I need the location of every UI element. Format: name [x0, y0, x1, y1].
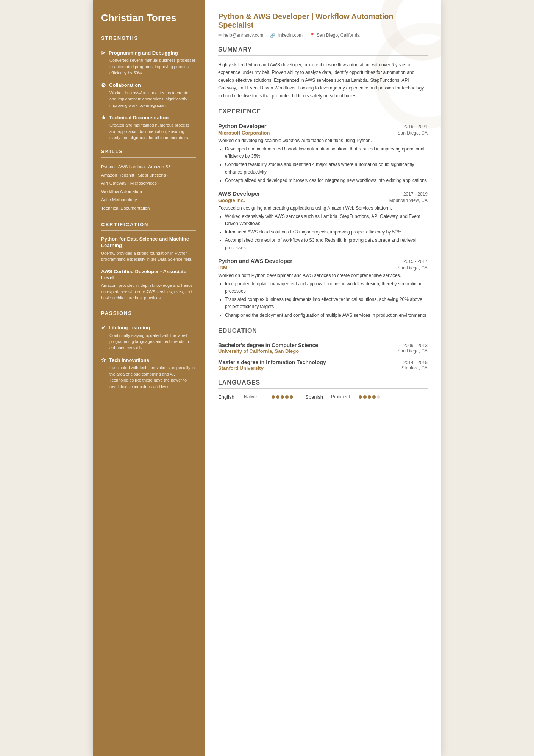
lang-dot — [372, 395, 376, 399]
lang-dot — [363, 395, 367, 399]
strength-title-1: ⚙ Collaboration — [101, 82, 196, 88]
exp-bullet: Developed and implemented 8 workflow aut… — [225, 146, 428, 160]
edu-entry-1: Master's degree in Information Technolog… — [218, 359, 428, 371]
linkedin-contact: 🔗 linkedin.com — [270, 33, 303, 38]
exp-bullet: Championed the deployment and configurat… — [225, 312, 428, 319]
lang-name-1: Spanish — [305, 394, 328, 400]
strength-item-0: ⊳ Programming and Debugging Converted se… — [101, 50, 196, 76]
candidate-name: Christian Torres — [101, 12, 196, 24]
edu-school-1: Stanford University — [218, 365, 264, 371]
exp-intro-1: Focused on designing and creating applic… — [218, 205, 428, 211]
location-icon: 📍 — [309, 33, 315, 38]
exp-location-1: Mountain View, CA — [389, 198, 428, 203]
exp-job-title-2: Python and AWS Developer — [218, 258, 292, 264]
cert-item-1: AWS Certified Developer - Associate Leve… — [101, 269, 196, 301]
edu-header-0: Bachelor's degree in Computer Science 20… — [218, 342, 428, 348]
strength-label-0: Programming and Debugging — [109, 50, 178, 56]
edu-location-0: San Diego, CA — [398, 348, 428, 354]
skills-divider — [101, 157, 196, 158]
job-title: Python & AWS Developer | Workflow Automa… — [218, 12, 428, 30]
exp-intro-2: Worked on both Python development and AW… — [218, 273, 428, 278]
cert-list: Python for Data Science and Machine Lear… — [101, 236, 196, 301]
skills-section-title: SKILLS — [101, 149, 196, 154]
cert-desc-1: Amazon, provided in-depth knowledge and … — [101, 282, 196, 301]
strength-title-2: ★ Technical Documentation — [101, 114, 196, 121]
lang-dots-0 — [272, 395, 293, 399]
cert-divider — [101, 230, 196, 231]
exp-bullet: Conducted feasibility studies and identi… — [225, 161, 428, 175]
lang-entry-0: English Native — [218, 394, 293, 400]
skills-text: Python · AWS Lambda · Amazon S3 ·Amazon … — [101, 163, 196, 213]
strength-icon-2: ★ — [101, 114, 106, 121]
exp-location-0: San Diego, CA — [398, 130, 428, 136]
lang-dot — [368, 395, 371, 399]
cert-item-0: Python for Data Science and Machine Lear… — [101, 236, 196, 263]
exp-header-1: AWS Developer 2017 - 2019 — [218, 190, 428, 197]
email-icon: ✉ — [218, 33, 222, 38]
experience-section-title: EXPERIENCE — [218, 108, 428, 115]
edu-entry-0: Bachelor's degree in Computer Science 20… — [218, 342, 428, 354]
experience-list: Python Developer 2019 - 2021 Microsoft C… — [218, 123, 428, 319]
education-divider — [218, 337, 428, 337]
strengths-section-title: STRENGTHS — [101, 35, 196, 41]
strength-icon-0: ⊳ — [101, 50, 106, 56]
edu-school-line-1: Stanford University Stanford, CA — [218, 365, 428, 371]
location-text: San Diego, California — [317, 33, 359, 38]
sidebar: Christian Torres STRENGTHS ⊳ Programming… — [93, 0, 205, 756]
exp-bullets-0: Developed and implemented 8 workflow aut… — [225, 146, 428, 184]
lang-dot — [285, 395, 289, 399]
lang-dots-1 — [359, 395, 380, 399]
strength-item-1: ⚙ Collaboration Worked in cross-function… — [101, 82, 196, 109]
exp-entry-0: Python Developer 2019 - 2021 Microsoft C… — [218, 123, 428, 184]
cert-title-0: Python for Data Science and Machine Lear… — [101, 236, 196, 249]
exp-dates-1: 2017 - 2019 — [403, 191, 428, 197]
strength-desc-2: Created and maintained numerous process … — [101, 122, 196, 141]
linkedin-icon: 🔗 — [270, 33, 276, 38]
exp-header-2: Python and AWS Developer 2015 - 2017 — [218, 258, 428, 264]
strength-icon-1: ⚙ — [101, 82, 106, 88]
passion-title-1: ☆ Tech Innovations — [101, 357, 196, 363]
lang-dot — [290, 395, 293, 399]
strength-label-2: Technical Documentation — [109, 115, 169, 121]
strengths-list: ⊳ Programming and Debugging Converted se… — [101, 50, 196, 141]
location-contact: 📍 San Diego, California — [309, 33, 359, 38]
exp-dates-2: 2015 - 2017 — [403, 259, 428, 264]
lang-level-1: Proficient — [331, 394, 356, 399]
email-text: help@enhancv.com — [223, 33, 263, 38]
email-contact: ✉ help@enhancv.com — [218, 33, 263, 38]
strength-item-2: ★ Technical Documentation Created and ma… — [101, 114, 196, 141]
strength-desc-1: Worked in cross-functional teams to crea… — [101, 90, 196, 109]
exp-company-line-0: Microsoft Corporation San Diego, CA — [218, 130, 428, 136]
exp-dates-0: 2019 - 2021 — [403, 124, 428, 129]
passion-icon-1: ☆ — [101, 357, 106, 363]
summary-section-title: SUMMARY — [218, 46, 428, 53]
edu-dates-0: 2009 - 2013 — [403, 343, 428, 348]
cert-desc-0: Udemy, provided a strong foundation in P… — [101, 250, 196, 263]
languages-section-title: LANGUAGES — [218, 379, 428, 386]
languages-divider — [218, 388, 428, 389]
contact-line: ✉ help@enhancv.com 🔗 linkedin.com 📍 San … — [218, 33, 428, 38]
passion-desc-0: Continually staying updated with the lat… — [101, 332, 196, 351]
lang-level-0: Native — [244, 394, 269, 399]
edu-degree-1: Master's degree in Information Technolog… — [218, 359, 326, 365]
strength-title-0: ⊳ Programming and Debugging — [101, 50, 196, 56]
linkedin-text: linkedin.com — [277, 33, 303, 38]
strength-desc-0: Converted several manual business proces… — [101, 57, 196, 76]
passions-divider — [101, 319, 196, 319]
edu-degree-0: Bachelor's degree in Computer Science — [218, 342, 318, 348]
education-section-title: EDUCATION — [218, 327, 428, 334]
exp-company-1: Google Inc. — [218, 197, 245, 203]
exp-entry-2: Python and AWS Developer 2015 - 2017 IBM… — [218, 258, 428, 319]
exp-intro-0: Worked on developing scalable workflow a… — [218, 138, 428, 143]
education-list: Bachelor's degree in Computer Science 20… — [218, 342, 428, 371]
exp-job-title-0: Python Developer — [218, 123, 267, 129]
passion-label-1: Tech Innovations — [109, 357, 149, 363]
exp-bullets-2: Incorporated template management and app… — [225, 280, 428, 319]
edu-header-1: Master's degree in Information Technolog… — [218, 359, 428, 365]
lang-dot — [276, 395, 279, 399]
edu-school-0: University of California, San Diego — [218, 348, 299, 354]
lang-dot — [359, 395, 362, 399]
experience-divider — [218, 117, 428, 117]
resume-wrapper: Christian Torres STRENGTHS ⊳ Programming… — [93, 0, 441, 756]
strengths-divider — [101, 44, 196, 44]
